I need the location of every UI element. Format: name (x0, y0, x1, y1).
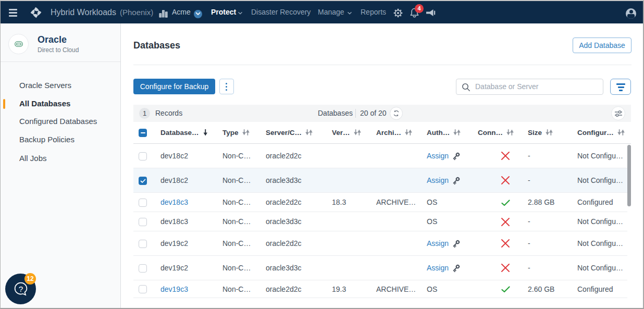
svg-text:?: ? (19, 285, 23, 293)
